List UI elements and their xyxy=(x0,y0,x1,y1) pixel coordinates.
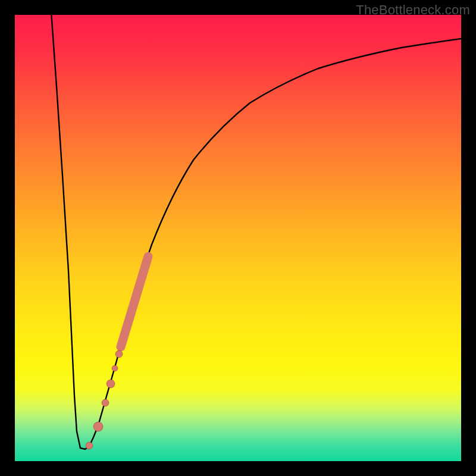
chart-svg xyxy=(15,15,461,461)
marker-dot xyxy=(107,380,115,388)
watermark-text: TheBottleneck.com xyxy=(356,2,470,18)
marker-dot xyxy=(93,422,103,431)
marker-dot xyxy=(115,350,123,358)
marker-layer xyxy=(86,350,123,449)
marker-dot xyxy=(112,365,118,371)
plot-area xyxy=(15,15,461,461)
highlight-layer xyxy=(121,256,148,347)
marker-dot xyxy=(102,399,109,406)
highlight-band xyxy=(121,256,148,347)
chart-frame: TheBottleneck.com xyxy=(0,0,476,476)
marker-dot xyxy=(86,442,93,449)
